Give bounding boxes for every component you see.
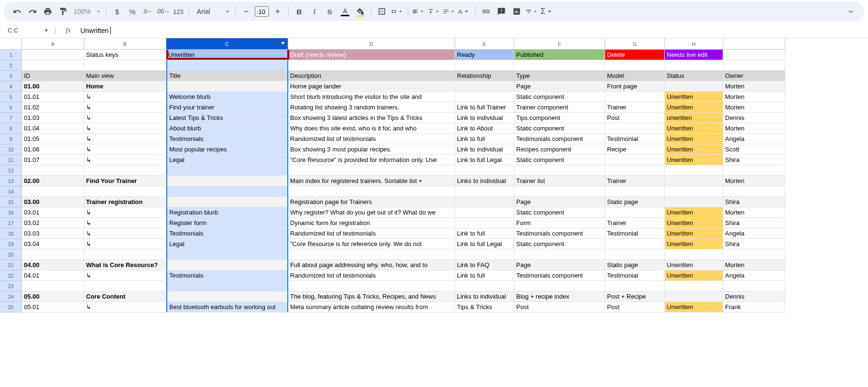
- link-button[interactable]: [479, 5, 493, 18]
- row-header[interactable]: 11: [0, 155, 22, 165]
- cell[interactable]: [288, 165, 455, 176]
- cell[interactable]: ↳: [84, 134, 166, 144]
- paint-format-button[interactable]: [56, 5, 70, 18]
- align-button[interactable]: [412, 5, 425, 18]
- cell[interactable]: Link to full Trainer: [455, 102, 514, 113]
- cell[interactable]: ↳: [84, 113, 166, 123]
- cell[interactable]: 01.04: [22, 123, 84, 134]
- cell[interactable]: ↳: [84, 102, 166, 113]
- cell[interactable]: [455, 81, 514, 92]
- cell[interactable]: [605, 249, 665, 260]
- functions-button[interactable]: Σ: [541, 5, 554, 18]
- cell[interactable]: Morten: [723, 176, 785, 186]
- comment-button[interactable]: [495, 5, 508, 18]
- cell[interactable]: Published: [514, 50, 605, 60]
- cell[interactable]: Unwritten: [665, 270, 723, 281]
- cell[interactable]: [455, 197, 514, 207]
- cell[interactable]: Testimonial: [605, 134, 665, 144]
- cell[interactable]: "Core Resource" is provided for informat…: [288, 155, 455, 165]
- cell[interactable]: 03.04: [22, 239, 84, 249]
- row-header[interactable]: 12: [0, 165, 22, 176]
- cell[interactable]: [166, 176, 288, 186]
- col-header-A[interactable]: A: [22, 38, 84, 50]
- cell[interactable]: Links to individual: [455, 291, 514, 302]
- cell[interactable]: Why register? What do you get out of it?…: [288, 207, 455, 218]
- cell[interactable]: [455, 207, 514, 218]
- cell[interactable]: [84, 249, 166, 260]
- cell[interactable]: Link to full: [455, 270, 514, 281]
- row-header[interactable]: 18: [0, 228, 22, 239]
- cell[interactable]: [665, 176, 723, 186]
- cell[interactable]: 05.00: [22, 291, 84, 302]
- cell[interactable]: Unwritten: [665, 228, 723, 239]
- cell[interactable]: 03.03: [22, 228, 84, 239]
- cell[interactable]: Static page: [605, 260, 665, 270]
- cell[interactable]: Testimonials component: [514, 134, 605, 144]
- row-header[interactable]: 3: [0, 71, 22, 81]
- cell[interactable]: [605, 281, 665, 291]
- cell[interactable]: 01.02: [22, 102, 84, 113]
- cell[interactable]: Dennis: [723, 113, 785, 123]
- cell[interactable]: Link to full: [455, 228, 514, 239]
- cell[interactable]: Legal: [166, 155, 288, 165]
- cell[interactable]: [514, 165, 605, 176]
- cell[interactable]: ↳: [84, 123, 166, 134]
- cell[interactable]: Dynamic form for registration: [288, 218, 455, 228]
- cell[interactable]: Page: [514, 81, 605, 92]
- cell[interactable]: [665, 291, 723, 302]
- row-header[interactable]: 24: [0, 291, 22, 302]
- select-all-corner[interactable]: [0, 38, 22, 50]
- row-header[interactable]: 10: [0, 144, 22, 155]
- decrease-font-button[interactable]: −: [239, 5, 253, 18]
- row-header[interactable]: 7: [0, 113, 22, 123]
- cell[interactable]: Testimonial: [605, 228, 665, 239]
- row-header[interactable]: 4: [0, 81, 22, 92]
- cell[interactable]: Latest Tips & Tricks: [166, 113, 288, 123]
- cell[interactable]: unwritten: [665, 113, 723, 123]
- cell[interactable]: Morten: [723, 260, 785, 270]
- cell[interactable]: [665, 81, 723, 92]
- rotation-button[interactable]: A: [458, 5, 471, 18]
- cell[interactable]: Needs live edit: [665, 50, 723, 60]
- cell[interactable]: Status keys: [84, 50, 166, 60]
- row-header[interactable]: 6: [0, 102, 22, 113]
- cell[interactable]: Unwritten: [665, 92, 723, 102]
- cell-active[interactable]: Unwritten: [166, 50, 288, 60]
- cell[interactable]: Testimonials: [166, 270, 288, 281]
- cell[interactable]: "Core Resource is for reference only. We…: [288, 239, 455, 249]
- cell[interactable]: [723, 50, 785, 60]
- cell[interactable]: Testimonials component: [514, 228, 605, 239]
- cell[interactable]: ↳: [84, 144, 166, 155]
- cell[interactable]: Trainer: [605, 218, 665, 228]
- cell[interactable]: Rotating list showing 3 random trainers.: [288, 102, 455, 113]
- cell[interactable]: 04.00: [22, 260, 84, 270]
- cell[interactable]: Post: [605, 302, 665, 312]
- row-header[interactable]: 22: [0, 270, 22, 281]
- col-header-B[interactable]: B: [84, 38, 166, 50]
- cell[interactable]: Link to full Legal: [455, 155, 514, 165]
- cell[interactable]: Trainer list: [514, 176, 605, 186]
- merge-button[interactable]: [391, 5, 404, 18]
- col-header-D[interactable]: D: [288, 38, 455, 50]
- italic-button[interactable]: I: [308, 5, 321, 18]
- cell[interactable]: Unwritten: [665, 260, 723, 270]
- cell[interactable]: Scott: [723, 144, 785, 155]
- spreadsheet-grid[interactable]: A B C D E F G H 1 Status keys Unwritten …: [0, 38, 868, 312]
- font-dropdown[interactable]: [224, 5, 231, 18]
- cell[interactable]: [605, 165, 665, 176]
- cell[interactable]: Randomized list of testimonials: [288, 134, 455, 144]
- cell[interactable]: ↳: [84, 155, 166, 165]
- cell[interactable]: Frank: [723, 302, 785, 312]
- row-header[interactable]: 23: [0, 281, 22, 291]
- cell[interactable]: Unwritten: [665, 144, 723, 155]
- cell[interactable]: The blog, featuring Tips & Tricks, Recip…: [288, 291, 455, 302]
- cell[interactable]: [665, 186, 723, 197]
- cell[interactable]: [22, 249, 84, 260]
- cell[interactable]: [665, 249, 723, 260]
- font-family-select[interactable]: Arial: [193, 8, 222, 15]
- cell[interactable]: [605, 155, 665, 165]
- cell[interactable]: [665, 197, 723, 207]
- cell[interactable]: [455, 165, 514, 176]
- cell[interactable]: Static component: [514, 155, 605, 165]
- cell[interactable]: Angela: [723, 228, 785, 239]
